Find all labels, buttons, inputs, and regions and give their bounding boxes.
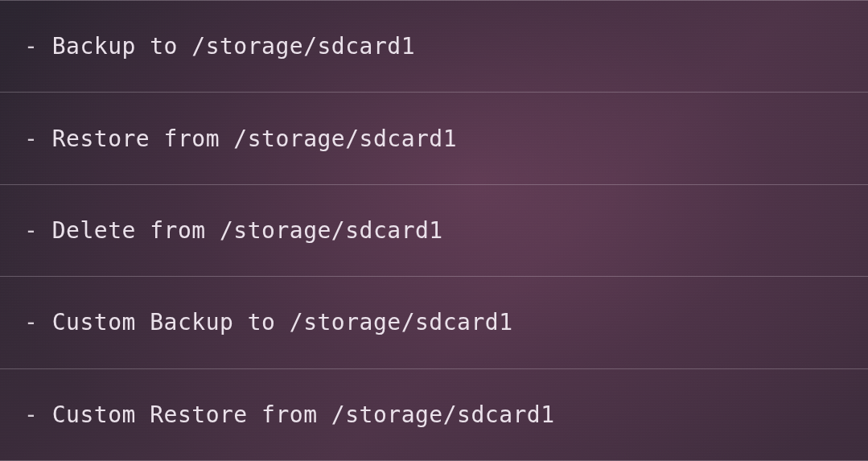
bullet-icon: - (24, 217, 52, 244)
bullet-icon: - (24, 33, 52, 60)
menu-item-custom-backup[interactable]: - Custom Backup to /storage/sdcard1 (0, 276, 868, 368)
menu-item-label: Delete from /storage/sdcard1 (52, 217, 443, 244)
bullet-icon: - (24, 126, 52, 152)
menu-item-restore[interactable]: - Restore from /storage/sdcard1 (0, 92, 868, 183)
menu-item-label: Restore from /storage/sdcard1 (52, 126, 457, 152)
recovery-menu: - Backup to /storage/sdcard1 - Restore f… (0, 0, 868, 461)
menu-item-backup[interactable]: - Backup to /storage/sdcard1 (0, 0, 868, 92)
menu-item-label: Backup to /storage/sdcard1 (52, 33, 415, 60)
menu-item-custom-restore[interactable]: - Custom Restore from /storage/sdcard1 (0, 368, 868, 461)
menu-item-delete[interactable]: - Delete from /storage/sdcard1 (0, 184, 868, 276)
menu-item-label: Custom Restore from /storage/sdcard1 (52, 401, 555, 428)
bullet-icon: - (24, 401, 52, 428)
menu-item-label: Custom Backup to /storage/sdcard1 (52, 309, 513, 335)
bullet-icon: - (24, 309, 52, 335)
